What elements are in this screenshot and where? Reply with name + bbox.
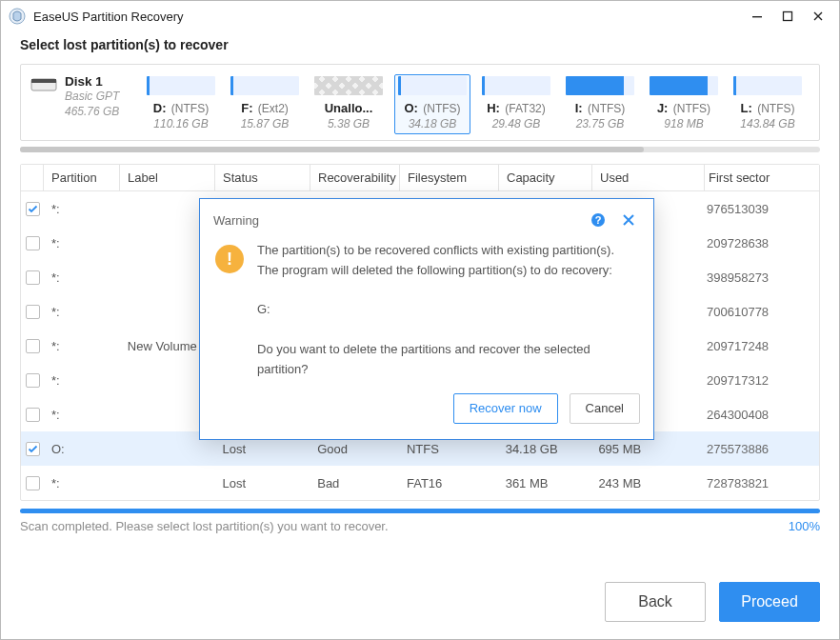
page-heading: Select lost partition(s) to recover bbox=[1, 31, 839, 64]
partition-filesystem: (NTFS) bbox=[420, 102, 461, 115]
col-label[interactable]: Label bbox=[120, 165, 215, 190]
partition-letter: I: bbox=[575, 101, 583, 115]
row-checkbox[interactable] bbox=[26, 373, 40, 388]
scrollbar-thumb[interactable] bbox=[20, 147, 644, 152]
back-button[interactable]: Back bbox=[605, 582, 706, 622]
cell-first-sector: 700610778 bbox=[703, 305, 819, 319]
partition-filesystem: (NTFS) bbox=[754, 102, 795, 115]
row-checkbox-cell bbox=[21, 442, 44, 456]
disk-strip-scrollbar[interactable] bbox=[20, 147, 820, 152]
cell-partition: *: bbox=[44, 202, 120, 216]
col-checkbox bbox=[21, 165, 44, 190]
scan-progress bbox=[20, 509, 820, 513]
disk-info: Disk 1 Basic GPT 465.76 GB bbox=[29, 74, 139, 119]
cell-first-sector: 209717312 bbox=[703, 373, 819, 388]
row-checkbox[interactable] bbox=[26, 202, 40, 216]
partition-card[interactable]: D: (NTFS)110.16 GB bbox=[143, 74, 219, 134]
col-status[interactable]: Status bbox=[215, 165, 310, 190]
dialog-help-button[interactable]: ? bbox=[587, 209, 610, 231]
partition-filesystem: (NTFS) bbox=[585, 102, 626, 115]
cell-first-sector: 275573886 bbox=[703, 442, 819, 456]
row-checkbox[interactable] bbox=[26, 236, 40, 250]
row-checkbox[interactable] bbox=[26, 305, 40, 319]
partition-card[interactable]: F: (Ext2)15.87 GB bbox=[227, 74, 303, 134]
window-maximize-button[interactable] bbox=[772, 1, 803, 31]
partition-usage-bar bbox=[230, 76, 299, 95]
status-percent: 100% bbox=[789, 519, 820, 533]
row-checkbox[interactable] bbox=[26, 408, 40, 422]
row-checkbox-cell bbox=[21, 476, 44, 490]
dialog-close-button[interactable] bbox=[617, 209, 640, 231]
disk-size: 465.76 GB bbox=[65, 104, 119, 119]
partition-card[interactable]: I: (NTFS)23.75 GB bbox=[562, 74, 638, 134]
cell-first-sector: 209728638 bbox=[703, 236, 819, 250]
partition-size: 15.87 GB bbox=[241, 117, 290, 130]
row-checkbox[interactable] bbox=[26, 442, 40, 456]
dialog-message-1: The partition(s) to be recovered conflic… bbox=[257, 241, 634, 281]
partition-usage-bar bbox=[147, 76, 215, 95]
partition-card[interactable]: Unallo...5.38 GB bbox=[310, 74, 387, 134]
partition-size: 918 MB bbox=[664, 117, 703, 130]
row-checkbox[interactable] bbox=[26, 270, 40, 285]
cell-first-sector: 264300408 bbox=[703, 408, 819, 422]
partition-usage-bar bbox=[398, 76, 467, 95]
dialog-recover-button[interactable]: Recover now bbox=[453, 393, 558, 424]
col-filesystem[interactable]: Filesystem bbox=[400, 165, 499, 190]
svg-rect-2 bbox=[784, 12, 792, 21]
partition-size: 110.16 GB bbox=[153, 117, 208, 130]
cell-partition: O: bbox=[44, 442, 120, 456]
cell-first-sector: 976513039 bbox=[703, 202, 819, 216]
row-checkbox[interactable] bbox=[26, 339, 40, 353]
cell-partition: *: bbox=[44, 373, 120, 388]
row-checkbox-cell bbox=[21, 202, 44, 216]
partition-letter: J: bbox=[657, 101, 669, 115]
cell-partition: *: bbox=[44, 236, 120, 250]
disk-name: Disk 1 bbox=[65, 74, 119, 89]
partition-card[interactable]: J: (NTFS)918 MB bbox=[646, 74, 722, 134]
disk-strip: Disk 1 Basic GPT 465.76 GB D: (NTFS)110.… bbox=[20, 64, 820, 141]
partition-size: 29.48 GB bbox=[492, 117, 541, 130]
partition-card[interactable]: L: (NTFS)143.84 GB bbox=[730, 74, 806, 134]
partition-card[interactable]: H: (FAT32)29.48 GB bbox=[478, 74, 554, 134]
window-minimize-button[interactable] bbox=[742, 1, 772, 31]
cell-used: 695 MB bbox=[590, 442, 703, 456]
partition-letter: L: bbox=[741, 101, 752, 115]
cell-first-sector: 728783821 bbox=[703, 476, 819, 490]
cell-partition: *: bbox=[44, 408, 120, 422]
svg-rect-4 bbox=[31, 79, 56, 83]
partition-letter: Unallo... bbox=[325, 101, 373, 115]
partition-letter: D: bbox=[153, 101, 167, 115]
warning-dialog: Warning ? ! The partition(s) to be recov… bbox=[199, 198, 654, 440]
window-close-button[interactable] bbox=[803, 1, 833, 31]
col-first-sector[interactable]: First sector bbox=[705, 165, 819, 190]
cell-partition: *: bbox=[44, 305, 120, 319]
cell-recoverability: Good bbox=[310, 442, 399, 456]
app-title: EaseUS Partition Recovery bbox=[33, 10, 184, 24]
partition-card[interactable]: O: (NTFS)34.18 GB bbox=[394, 74, 470, 134]
partition-letter: O: bbox=[404, 101, 417, 115]
cell-partition: *: bbox=[44, 339, 120, 353]
col-capacity[interactable]: Capacity bbox=[499, 165, 592, 190]
row-checkbox[interactable] bbox=[26, 476, 40, 490]
col-partition[interactable]: Partition bbox=[44, 165, 120, 190]
partition-usage-bar bbox=[566, 76, 634, 95]
title-bar: EaseUS Partition Recovery bbox=[1, 1, 839, 31]
partition-size: 34.18 GB bbox=[409, 117, 457, 130]
col-used[interactable]: Used bbox=[592, 165, 705, 190]
partition-size: 23.75 GB bbox=[576, 117, 625, 130]
dialog-cancel-button[interactable]: Cancel bbox=[570, 393, 640, 424]
cell-first-sector: 209717248 bbox=[703, 339, 819, 353]
cell-capacity: 361 MB bbox=[498, 476, 591, 490]
table-row[interactable]: *:LostBadFAT16361 MB243 MB728783821 bbox=[21, 466, 819, 500]
row-checkbox-cell bbox=[21, 339, 44, 353]
cell-partition: *: bbox=[44, 476, 120, 490]
svg-text:?: ? bbox=[595, 214, 602, 226]
cell-filesystem: NTFS bbox=[399, 442, 498, 456]
disk-icon bbox=[30, 76, 57, 93]
cell-used: 243 MB bbox=[590, 476, 703, 490]
proceed-button[interactable]: Proceed bbox=[719, 582, 820, 622]
app-window: EaseUS Partition Recovery Select lost pa… bbox=[0, 0, 840, 640]
col-recoverability[interactable]: Recoverability bbox=[310, 165, 400, 190]
partition-filesystem: (NTFS) bbox=[670, 102, 710, 115]
partition-letter: F: bbox=[241, 101, 252, 115]
